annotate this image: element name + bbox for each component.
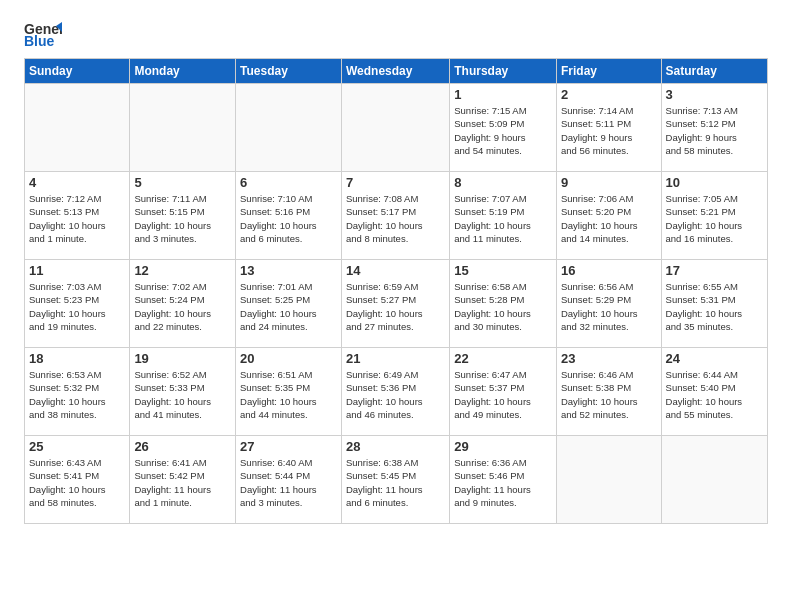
day-cell: 1Sunrise: 7:15 AM Sunset: 5:09 PM Daylig…	[450, 84, 557, 172]
svg-text:Blue: Blue	[24, 33, 55, 48]
day-number: 12	[134, 263, 231, 278]
day-info: Sunrise: 7:11 AM Sunset: 5:15 PM Dayligh…	[134, 192, 231, 245]
day-number: 17	[666, 263, 763, 278]
logo: General Blue	[24, 18, 62, 48]
day-number: 25	[29, 439, 125, 454]
day-number: 22	[454, 351, 552, 366]
day-info: Sunrise: 7:06 AM Sunset: 5:20 PM Dayligh…	[561, 192, 657, 245]
header: General Blue	[0, 0, 792, 58]
day-cell: 20Sunrise: 6:51 AM Sunset: 5:35 PM Dayli…	[236, 348, 342, 436]
day-info: Sunrise: 7:14 AM Sunset: 5:11 PM Dayligh…	[561, 104, 657, 157]
day-cell: 25Sunrise: 6:43 AM Sunset: 5:41 PM Dayli…	[25, 436, 130, 524]
day-number: 24	[666, 351, 763, 366]
calendar-body: 1Sunrise: 7:15 AM Sunset: 5:09 PM Daylig…	[25, 84, 768, 524]
day-number: 13	[240, 263, 337, 278]
day-number: 14	[346, 263, 445, 278]
day-cell	[130, 84, 236, 172]
day-cell: 16Sunrise: 6:56 AM Sunset: 5:29 PM Dayli…	[556, 260, 661, 348]
day-cell: 27Sunrise: 6:40 AM Sunset: 5:44 PM Dayli…	[236, 436, 342, 524]
day-cell: 3Sunrise: 7:13 AM Sunset: 5:12 PM Daylig…	[661, 84, 767, 172]
day-info: Sunrise: 6:51 AM Sunset: 5:35 PM Dayligh…	[240, 368, 337, 421]
day-info: Sunrise: 6:58 AM Sunset: 5:28 PM Dayligh…	[454, 280, 552, 333]
day-info: Sunrise: 6:41 AM Sunset: 5:42 PM Dayligh…	[134, 456, 231, 509]
day-number: 10	[666, 175, 763, 190]
day-number: 15	[454, 263, 552, 278]
week-row-0: 1Sunrise: 7:15 AM Sunset: 5:09 PM Daylig…	[25, 84, 768, 172]
day-cell: 17Sunrise: 6:55 AM Sunset: 5:31 PM Dayli…	[661, 260, 767, 348]
day-cell: 6Sunrise: 7:10 AM Sunset: 5:16 PM Daylig…	[236, 172, 342, 260]
day-cell: 18Sunrise: 6:53 AM Sunset: 5:32 PM Dayli…	[25, 348, 130, 436]
day-cell: 28Sunrise: 6:38 AM Sunset: 5:45 PM Dayli…	[341, 436, 449, 524]
day-info: Sunrise: 7:05 AM Sunset: 5:21 PM Dayligh…	[666, 192, 763, 245]
day-number: 6	[240, 175, 337, 190]
day-info: Sunrise: 6:53 AM Sunset: 5:32 PM Dayligh…	[29, 368, 125, 421]
calendar-table: SundayMondayTuesdayWednesdayThursdayFrid…	[24, 58, 768, 524]
day-info: Sunrise: 7:15 AM Sunset: 5:09 PM Dayligh…	[454, 104, 552, 157]
day-number: 2	[561, 87, 657, 102]
week-row-4: 25Sunrise: 6:43 AM Sunset: 5:41 PM Dayli…	[25, 436, 768, 524]
day-info: Sunrise: 6:55 AM Sunset: 5:31 PM Dayligh…	[666, 280, 763, 333]
day-cell: 11Sunrise: 7:03 AM Sunset: 5:23 PM Dayli…	[25, 260, 130, 348]
day-number: 27	[240, 439, 337, 454]
day-number: 26	[134, 439, 231, 454]
day-number: 9	[561, 175, 657, 190]
day-cell	[661, 436, 767, 524]
day-cell: 8Sunrise: 7:07 AM Sunset: 5:19 PM Daylig…	[450, 172, 557, 260]
day-cell: 19Sunrise: 6:52 AM Sunset: 5:33 PM Dayli…	[130, 348, 236, 436]
day-cell: 23Sunrise: 6:46 AM Sunset: 5:38 PM Dayli…	[556, 348, 661, 436]
day-info: Sunrise: 7:03 AM Sunset: 5:23 PM Dayligh…	[29, 280, 125, 333]
day-number: 1	[454, 87, 552, 102]
day-cell: 7Sunrise: 7:08 AM Sunset: 5:17 PM Daylig…	[341, 172, 449, 260]
day-info: Sunrise: 7:08 AM Sunset: 5:17 PM Dayligh…	[346, 192, 445, 245]
day-number: 11	[29, 263, 125, 278]
day-info: Sunrise: 6:59 AM Sunset: 5:27 PM Dayligh…	[346, 280, 445, 333]
day-info: Sunrise: 6:47 AM Sunset: 5:37 PM Dayligh…	[454, 368, 552, 421]
day-cell: 24Sunrise: 6:44 AM Sunset: 5:40 PM Dayli…	[661, 348, 767, 436]
day-info: Sunrise: 7:07 AM Sunset: 5:19 PM Dayligh…	[454, 192, 552, 245]
day-cell	[556, 436, 661, 524]
week-row-3: 18Sunrise: 6:53 AM Sunset: 5:32 PM Dayli…	[25, 348, 768, 436]
day-info: Sunrise: 7:13 AM Sunset: 5:12 PM Dayligh…	[666, 104, 763, 157]
day-number: 3	[666, 87, 763, 102]
weekday-saturday: Saturday	[661, 59, 767, 84]
day-number: 4	[29, 175, 125, 190]
day-number: 21	[346, 351, 445, 366]
week-row-2: 11Sunrise: 7:03 AM Sunset: 5:23 PM Dayli…	[25, 260, 768, 348]
day-info: Sunrise: 6:44 AM Sunset: 5:40 PM Dayligh…	[666, 368, 763, 421]
day-cell: 10Sunrise: 7:05 AM Sunset: 5:21 PM Dayli…	[661, 172, 767, 260]
day-info: Sunrise: 7:10 AM Sunset: 5:16 PM Dayligh…	[240, 192, 337, 245]
day-cell: 29Sunrise: 6:36 AM Sunset: 5:46 PM Dayli…	[450, 436, 557, 524]
day-number: 23	[561, 351, 657, 366]
day-number: 29	[454, 439, 552, 454]
day-number: 28	[346, 439, 445, 454]
day-info: Sunrise: 6:36 AM Sunset: 5:46 PM Dayligh…	[454, 456, 552, 509]
day-number: 7	[346, 175, 445, 190]
day-cell: 26Sunrise: 6:41 AM Sunset: 5:42 PM Dayli…	[130, 436, 236, 524]
day-cell: 5Sunrise: 7:11 AM Sunset: 5:15 PM Daylig…	[130, 172, 236, 260]
day-number: 20	[240, 351, 337, 366]
day-cell: 22Sunrise: 6:47 AM Sunset: 5:37 PM Dayli…	[450, 348, 557, 436]
day-info: Sunrise: 6:49 AM Sunset: 5:36 PM Dayligh…	[346, 368, 445, 421]
day-cell: 21Sunrise: 6:49 AM Sunset: 5:36 PM Dayli…	[341, 348, 449, 436]
day-info: Sunrise: 7:12 AM Sunset: 5:13 PM Dayligh…	[29, 192, 125, 245]
weekday-monday: Monday	[130, 59, 236, 84]
day-cell: 12Sunrise: 7:02 AM Sunset: 5:24 PM Dayli…	[130, 260, 236, 348]
weekday-wednesday: Wednesday	[341, 59, 449, 84]
day-number: 19	[134, 351, 231, 366]
day-cell: 2Sunrise: 7:14 AM Sunset: 5:11 PM Daylig…	[556, 84, 661, 172]
day-cell	[341, 84, 449, 172]
day-info: Sunrise: 6:56 AM Sunset: 5:29 PM Dayligh…	[561, 280, 657, 333]
day-cell: 9Sunrise: 7:06 AM Sunset: 5:20 PM Daylig…	[556, 172, 661, 260]
weekday-friday: Friday	[556, 59, 661, 84]
weekday-sunday: Sunday	[25, 59, 130, 84]
day-cell: 13Sunrise: 7:01 AM Sunset: 5:25 PM Dayli…	[236, 260, 342, 348]
day-info: Sunrise: 7:01 AM Sunset: 5:25 PM Dayligh…	[240, 280, 337, 333]
day-number: 8	[454, 175, 552, 190]
day-number: 5	[134, 175, 231, 190]
day-number: 16	[561, 263, 657, 278]
day-cell: 4Sunrise: 7:12 AM Sunset: 5:13 PM Daylig…	[25, 172, 130, 260]
day-info: Sunrise: 6:43 AM Sunset: 5:41 PM Dayligh…	[29, 456, 125, 509]
logo-icon: General Blue	[24, 18, 62, 48]
calendar-wrap: SundayMondayTuesdayWednesdayThursdayFrid…	[0, 58, 792, 532]
day-cell	[236, 84, 342, 172]
